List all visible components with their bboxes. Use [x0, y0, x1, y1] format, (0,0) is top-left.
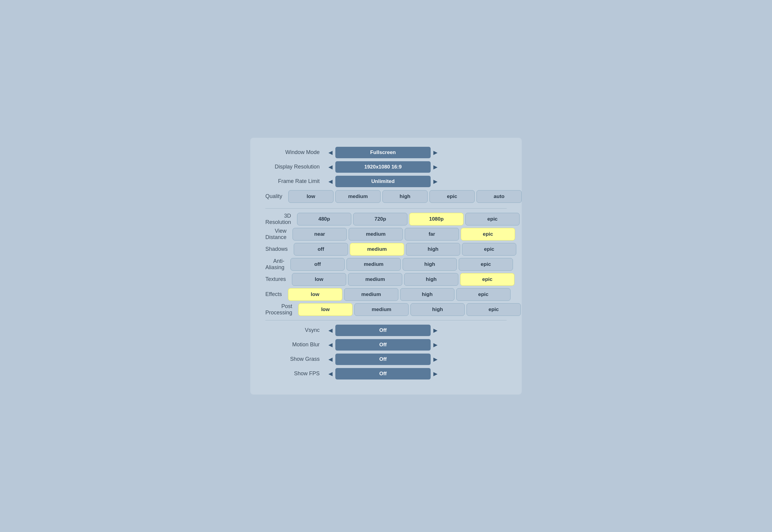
res-1080p-btn[interactable]: 1080p [409, 213, 464, 225]
vd-medium-btn[interactable]: medium [348, 228, 403, 241]
vsync-control: ◀ Off ▶ [326, 325, 440, 336]
frame-rate-control: ◀ Unlimited ▶ [326, 176, 440, 187]
vsync-bar: Off [335, 325, 431, 336]
anti-aliasing-row: Anti-Aliasing off medium high epic [265, 258, 507, 271]
pp-high-btn[interactable]: high [411, 303, 465, 316]
view-distance-buttons: near medium far epic [292, 228, 515, 241]
textures-buttons: low medium high epic [292, 273, 515, 286]
show-grass-control: ◀ Off ▶ [326, 354, 440, 365]
show-fps-label: Show FPS [265, 370, 326, 377]
show-fps-right-arrow[interactable]: ▶ [431, 368, 440, 379]
motion-blur-left-arrow[interactable]: ◀ [326, 339, 335, 351]
view-distance-row: View Distance near medium far epic [265, 228, 507, 241]
show-fps-row: Show FPS ◀ Off ▶ [265, 368, 507, 379]
ef-low-btn[interactable]: low [288, 288, 342, 301]
vd-epic-btn[interactable]: epic [461, 228, 515, 241]
textures-label: Textures [265, 276, 292, 282]
window-mode-left-arrow[interactable]: ◀ [326, 147, 335, 158]
tx-low-btn[interactable]: low [292, 273, 346, 286]
textures-row: Textures low medium high epic [265, 273, 507, 286]
tx-epic-btn[interactable]: epic [460, 273, 515, 286]
display-resolution-right-arrow[interactable]: ▶ [431, 161, 440, 173]
show-grass-left-arrow[interactable]: ◀ [326, 354, 335, 365]
resolution-3d-buttons: 480p 720p 1080p epic [297, 213, 520, 225]
aa-medium-btn[interactable]: medium [346, 258, 401, 271]
divider-2 [265, 320, 507, 320]
show-fps-left-arrow[interactable]: ◀ [326, 368, 335, 379]
show-fps-value: Off [379, 371, 387, 377]
res-epic-btn[interactable]: epic [465, 213, 520, 225]
show-grass-label: Show Grass [265, 356, 326, 362]
show-grass-right-arrow[interactable]: ▶ [431, 354, 440, 365]
frame-rate-left-arrow[interactable]: ◀ [326, 176, 335, 187]
motion-blur-control: ◀ Off ▶ [326, 339, 440, 351]
effects-row: Effects low medium high epic [265, 288, 507, 301]
frame-rate-label: Frame Rate Limit [265, 178, 326, 184]
vd-near-btn[interactable]: near [292, 228, 347, 241]
show-grass-row: Show Grass ◀ Off ▶ [265, 354, 507, 365]
vsync-value: Off [379, 327, 387, 333]
window-mode-right-arrow[interactable]: ▶ [431, 147, 440, 158]
pp-low-btn[interactable]: low [298, 303, 352, 316]
res-720p-btn[interactable]: 720p [353, 213, 408, 225]
ef-epic-btn[interactable]: epic [456, 288, 511, 301]
show-fps-control: ◀ Off ▶ [326, 368, 440, 379]
vsync-label: Vsync [265, 327, 326, 333]
frame-rate-right-arrow[interactable]: ▶ [431, 176, 440, 187]
pp-epic-btn[interactable]: epic [467, 303, 521, 316]
motion-blur-right-arrow[interactable]: ▶ [431, 339, 440, 351]
pp-medium-btn[interactable]: medium [354, 303, 409, 316]
show-grass-value: Off [379, 356, 387, 362]
motion-blur-bar: Off [335, 339, 431, 351]
window-mode-value: Fullscreen [370, 150, 396, 156]
resolution-3d-label: 3D Resolution [265, 213, 297, 225]
divider-1 [265, 208, 507, 209]
motion-blur-label: Motion Blur [265, 342, 326, 348]
show-fps-bar: Off [335, 368, 431, 379]
sh-off-btn[interactable]: off [294, 243, 348, 256]
vsync-left-arrow[interactable]: ◀ [326, 325, 335, 336]
quality-auto-btn[interactable]: auto [477, 190, 522, 203]
quality-medium-btn[interactable]: medium [335, 190, 380, 203]
effects-buttons: low medium high epic [288, 288, 511, 301]
tx-high-btn[interactable]: high [404, 273, 459, 286]
quality-high-btn[interactable]: high [382, 190, 428, 203]
quality-low-btn[interactable]: low [288, 190, 333, 203]
quality-row: Quality low medium high epic auto [265, 190, 507, 203]
effects-label: Effects [265, 291, 288, 297]
settings-panel: Window Mode ◀ Fullscreen ▶ Display Resol… [250, 138, 522, 395]
ef-medium-btn[interactable]: medium [344, 288, 399, 301]
post-processing-buttons: low medium high epic [298, 303, 521, 316]
resolution-3d-row: 3D Resolution 480p 720p 1080p epic [265, 213, 507, 225]
frame-rate-row: Frame Rate Limit ◀ Unlimited ▶ [265, 176, 507, 187]
vd-far-btn[interactable]: far [405, 228, 459, 241]
vsync-row: Vsync ◀ Off ▶ [265, 325, 507, 336]
aa-off-btn[interactable]: off [290, 258, 345, 271]
display-resolution-value: 1920x1080 16:9 [364, 164, 402, 170]
res-480p-btn[interactable]: 480p [297, 213, 351, 225]
aa-epic-btn[interactable]: epic [459, 258, 513, 271]
window-mode-label: Window Mode [265, 149, 326, 156]
quality-label: Quality [265, 193, 288, 200]
sh-high-btn[interactable]: high [406, 243, 460, 256]
shadows-buttons: off medium high epic [294, 243, 516, 256]
display-resolution-control: ◀ 1920x1080 16:9 ▶ [326, 161, 440, 173]
vsync-right-arrow[interactable]: ▶ [431, 325, 440, 336]
window-mode-control: ◀ Fullscreen ▶ [326, 147, 440, 158]
display-resolution-left-arrow[interactable]: ◀ [326, 161, 335, 173]
frame-rate-value: Unlimited [371, 178, 395, 184]
show-grass-bar: Off [335, 354, 431, 365]
sh-medium-btn[interactable]: medium [350, 243, 404, 256]
ef-high-btn[interactable]: high [400, 288, 455, 301]
aa-high-btn[interactable]: high [403, 258, 457, 271]
quality-epic-btn[interactable]: epic [430, 190, 475, 203]
tx-medium-btn[interactable]: medium [348, 273, 402, 286]
quality-buttons: low medium high epic auto [288, 190, 522, 203]
post-processing-row: Post Processing low medium high epic [265, 303, 507, 316]
view-distance-label: View Distance [265, 228, 292, 241]
motion-blur-row: Motion Blur ◀ Off ▶ [265, 339, 507, 351]
sh-epic-btn[interactable]: epic [462, 243, 516, 256]
display-resolution-label: Display Resolution [265, 164, 326, 170]
window-mode-bar: Fullscreen [335, 147, 431, 158]
anti-aliasing-buttons: off medium high epic [290, 258, 513, 271]
